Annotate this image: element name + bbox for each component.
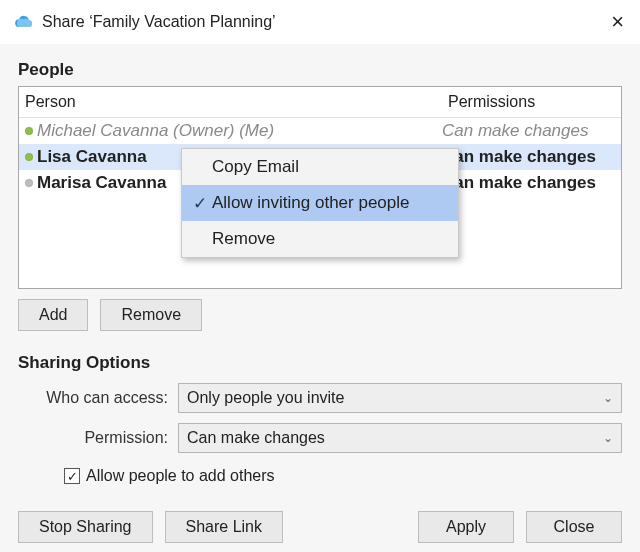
select-value: Only people you invite — [187, 389, 344, 407]
menu-remove[interactable]: Remove — [182, 221, 458, 257]
dialog-title: Share ‘Family Vacation Planning’ — [42, 13, 611, 31]
status-dot-icon — [25, 127, 33, 135]
dialog-content: People Person Permissions Michael Cavann… — [0, 44, 640, 552]
permission-select[interactable]: Can make changes ⌄ — [178, 423, 622, 453]
person-name: Lisa Cavanna — [37, 147, 147, 167]
who-can-access-label: Who can access: — [18, 389, 178, 407]
person-name: Michael Cavanna (Owner) (Me) — [37, 121, 274, 141]
people-rows: Michael Cavanna (Owner) (Me) Can make ch… — [19, 118, 621, 288]
people-table: Person Permissions Michael Cavanna (Owne… — [18, 86, 622, 289]
menu-allow-inviting[interactable]: ✓ Allow inviting other people — [182, 185, 458, 221]
person-name: Marisa Cavanna — [37, 173, 166, 193]
apply-button[interactable]: Apply — [418, 511, 514, 543]
who-can-access-row: Who can access: Only people you invite ⌄ — [18, 383, 622, 413]
share-link-button[interactable]: Share Link — [165, 511, 284, 543]
permission-row: Permission: Can make changes ⌄ — [18, 423, 622, 453]
status-dot-icon — [25, 179, 33, 187]
sharing-options: Sharing Options Who can access: Only peo… — [18, 353, 622, 485]
checkmark-icon: ✓ — [188, 193, 212, 214]
permission-label: Permission: — [18, 429, 178, 447]
table-row[interactable]: Michael Cavanna (Owner) (Me) Can make ch… — [19, 118, 621, 144]
close-button[interactable]: Close — [526, 511, 622, 543]
allow-add-others-checkbox[interactable]: ✓ — [64, 468, 80, 484]
onedrive-icon — [14, 12, 34, 32]
select-value: Can make changes — [187, 429, 325, 447]
people-buttons: Add Remove — [18, 299, 622, 331]
titlebar: Share ‘Family Vacation Planning’ × — [0, 0, 640, 44]
menu-copy-email[interactable]: Copy Email — [182, 149, 458, 185]
allow-add-others-label: Allow people to add others — [86, 467, 275, 485]
checkmark-icon: ✓ — [67, 470, 78, 483]
menu-item-label: Copy Email — [212, 157, 299, 177]
col-header-permissions[interactable]: Permissions — [442, 87, 621, 117]
person-permission: Can make changes — [442, 121, 588, 141]
person-permission: Can make changes — [442, 173, 596, 193]
status-dot-icon — [25, 153, 33, 161]
sharing-options-label: Sharing Options — [18, 353, 622, 373]
people-label: People — [18, 60, 622, 80]
add-button[interactable]: Add — [18, 299, 88, 331]
col-header-person[interactable]: Person — [19, 87, 442, 117]
allow-add-others-row: ✓ Allow people to add others — [64, 467, 622, 485]
spacer — [295, 511, 406, 543]
remove-button[interactable]: Remove — [100, 299, 202, 331]
who-can-access-select[interactable]: Only people you invite ⌄ — [178, 383, 622, 413]
people-table-header: Person Permissions — [19, 87, 621, 118]
person-permission: Can make changes — [442, 147, 596, 167]
chevron-down-icon: ⌄ — [603, 391, 613, 405]
dialog-buttons: Stop Sharing Share Link Apply Close — [18, 511, 622, 543]
close-icon[interactable]: × — [611, 11, 624, 33]
menu-item-label: Allow inviting other people — [212, 193, 410, 213]
stop-sharing-button[interactable]: Stop Sharing — [18, 511, 153, 543]
menu-item-label: Remove — [212, 229, 275, 249]
chevron-down-icon: ⌄ — [603, 431, 613, 445]
context-menu: Copy Email ✓ Allow inviting other people… — [181, 148, 459, 258]
